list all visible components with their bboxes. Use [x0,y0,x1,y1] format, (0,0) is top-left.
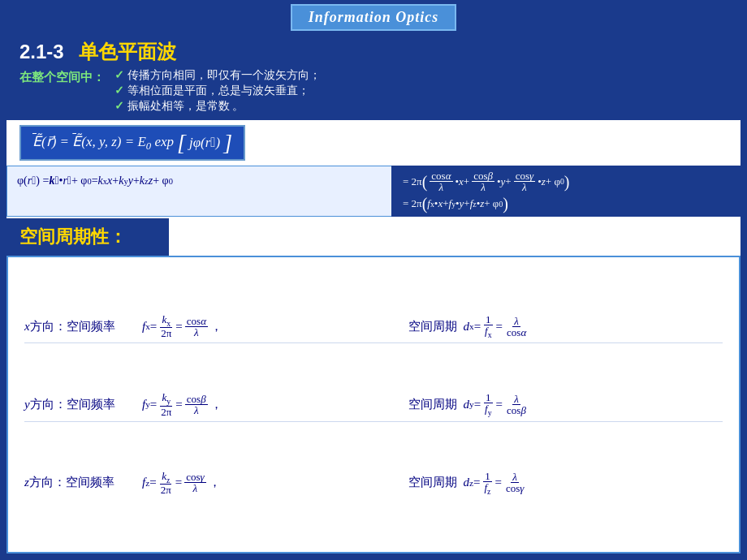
phi-lhs-area: φ(r⃗) = k⃗•r⃗ + φ0 = kxx + kyy + kzz + φ… [6,166,391,217]
section-title: 单色平面波 [79,39,176,65]
y-period-formula: dy = 1 fy = λ cosβ [464,392,723,416]
blue-top-area: 2.1-3 单色平面波 在整个空间中： ✓ 传播方向相同，即仅有一个波矢方向； … [6,34,741,120]
x-period-formula: dx = 1 fx = λ cosα [464,314,723,338]
spatial-row: 空间周期性： [6,218,741,256]
e-formula-area: Ẽ(r⃗) = Ẽ(x, y, z) = E0 exp [ jφ(r⃗) ] [6,120,741,164]
spatial-title: 空间周期性： [19,225,127,249]
y-freq-formula: fy = ky 2π = cosβ λ ， [142,392,402,416]
bottom-formula-block: x方向：空间频率 fx = kx 2π = cosα λ ， 空间周期 dx = [6,256,741,554]
subtitle-label: 在整个空间中： [19,68,105,85]
e-formula-box: Ẽ(r⃗) = Ẽ(x, y, z) = E0 exp [ jφ(r⃗) ] [19,125,245,161]
x-period-label: 空间周期 [408,319,457,334]
x-direction-row: x方向：空间频率 fx = kx 2π = cosα λ ， 空间周期 dx = [24,310,723,343]
spatial-label-box: 空间周期性： [6,218,169,256]
checkmarks-list: ✓ 传播方向相同，即仅有一个波矢方向； ✓ 等相位面是平面，总是与波矢垂直； ✓… [114,68,321,114]
main-content: 2.1-3 单色平面波 在整个空间中： ✓ 传播方向相同，即仅有一个波矢方向； … [6,34,741,554]
z-direction-row: z方向：空间频率 fz = kz 2π = cosγ λ ， 空间周期 dz = [24,467,723,499]
section-number: 2.1-3 [19,41,64,63]
x-freq-formula: fx = kx 2π = cosα λ ， [142,314,402,338]
phi-rhs-area: = 2π ( cosα λ •x + cosβ λ •y + cosγ λ •z… [391,166,741,217]
z-freq-formula: fz = kz 2π = cosγ λ ， [142,471,402,495]
z-period-formula: dz = 1 fz = λ cosγ [464,471,723,495]
x-label: x方向：空间频率 [24,319,142,334]
checkmark-3: ✓ 振幅处相等，是常数 。 [114,99,321,114]
y-label: y方向：空间频率 [24,397,142,412]
two-col-section: φ(r⃗) = k⃗•r⃗ + φ0 = kxx + kyy + kzz + φ… [6,166,741,217]
z-period-label: 空间周期 [408,475,457,490]
checkmark-2: ✓ 等相位面是平面，总是与波矢垂直； [114,84,321,98]
y-period-label: 空间周期 [408,397,457,412]
y-direction-row: y方向：空间频率 fy = ky 2π = cosβ λ ， 空间周期 dy = [24,388,723,421]
header-bar: Information Optics [0,0,747,34]
header-title: Information Optics [291,4,457,31]
checkmark-1: ✓ 传播方向相同，即仅有一个波矢方向； [114,68,321,83]
z-label: z方向：空间频率 [24,475,142,490]
